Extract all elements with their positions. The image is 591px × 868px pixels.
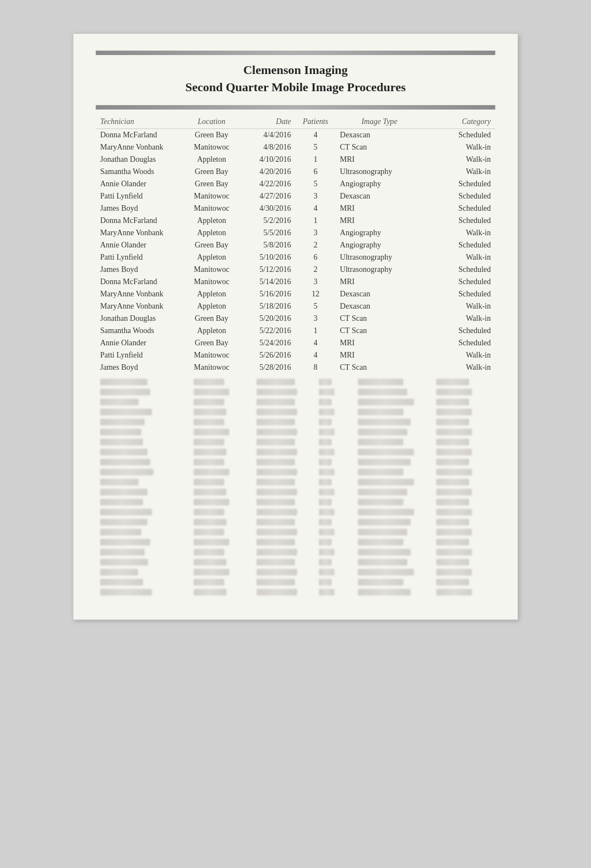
cell-technician: MaryAnne Vonbank bbox=[96, 288, 184, 300]
blurred-cell-pat bbox=[319, 549, 334, 555]
blurred-cell-img bbox=[358, 509, 414, 515]
col-header-patients: Patients bbox=[296, 115, 336, 129]
cell-patients: 4 bbox=[296, 337, 336, 349]
blurred-cell-loc bbox=[194, 589, 226, 596]
blurred-row bbox=[96, 537, 495, 547]
cell-patients: 1 bbox=[296, 215, 336, 227]
cell-technician: James Boyd bbox=[96, 264, 184, 276]
blurred-cell-cat bbox=[436, 449, 472, 455]
report-container: Clemenson Imaging Second Quarter Mobile … bbox=[73, 33, 518, 620]
blurred-cell-tech bbox=[100, 489, 147, 495]
blurred-cell-loc bbox=[194, 399, 224, 405]
blurred-cell-tech bbox=[100, 499, 143, 505]
cell-image-type: Angiography bbox=[336, 239, 423, 251]
cell-category: Walk-in bbox=[423, 141, 495, 153]
blurred-cell-img bbox=[358, 489, 407, 495]
blurred-cell-tech bbox=[100, 479, 139, 485]
blurred-cell-img bbox=[358, 539, 403, 545]
table-row: MaryAnne Vonbank Appleton 5/5/2016 3 Ang… bbox=[96, 227, 495, 239]
cell-image-type: MRI bbox=[336, 349, 423, 361]
blurred-cell-date bbox=[257, 469, 298, 475]
cell-patients: 6 bbox=[296, 251, 336, 264]
cell-date: 5/22/2016 bbox=[239, 325, 296, 337]
table-row: MaryAnne Vonbank Appleton 5/16/2016 12 D… bbox=[96, 288, 495, 300]
blurred-cell-pat bbox=[319, 589, 334, 596]
cell-technician: Donna McFarland bbox=[96, 276, 184, 288]
blurred-cell-date bbox=[257, 509, 298, 515]
cell-location: Manitowoc bbox=[184, 264, 240, 276]
blurred-cell-pat bbox=[319, 419, 331, 425]
cell-category: Walk-in bbox=[423, 300, 495, 313]
cell-category: Walk-in bbox=[423, 153, 495, 166]
blurred-cell-img bbox=[358, 389, 407, 395]
cell-date: 4/30/2016 bbox=[239, 202, 296, 215]
cell-technician: Samantha Woods bbox=[96, 166, 184, 178]
cell-location: Manitowoc bbox=[184, 276, 240, 288]
blurred-cell-pat bbox=[319, 489, 334, 495]
blurred-cell-cat bbox=[436, 409, 472, 415]
blurred-cell-pat bbox=[319, 449, 334, 455]
blurred-cell-pat bbox=[319, 479, 331, 485]
blurred-cell-date bbox=[257, 549, 298, 555]
cell-patients: 1 bbox=[296, 153, 336, 166]
blurred-cell-pat bbox=[319, 459, 331, 465]
blurred-cell-img bbox=[358, 579, 403, 586]
cell-image-type: CT Scan bbox=[336, 141, 423, 153]
cell-location: Green Bay bbox=[184, 239, 240, 251]
procedures-table: Technician Location Date Patients Image … bbox=[96, 115, 495, 374]
cell-date: 4/8/2016 bbox=[239, 141, 296, 153]
table-row: Annie Olander Green Bay 5/24/2016 4 MRI … bbox=[96, 337, 495, 349]
cell-location: Green Bay bbox=[184, 128, 240, 141]
cell-patients: 3 bbox=[296, 276, 336, 288]
cell-image-type: MRI bbox=[336, 337, 423, 349]
cell-image-type: Dexascan bbox=[336, 190, 423, 202]
cell-category: Scheduled bbox=[423, 190, 495, 202]
cell-date: 5/2/2016 bbox=[239, 215, 296, 227]
blurred-cell-date bbox=[257, 559, 295, 566]
blurred-cell-tech bbox=[100, 419, 145, 425]
cell-location: Appleton bbox=[184, 153, 240, 166]
blurred-cell-img bbox=[358, 559, 407, 566]
blurred-cell-tech bbox=[100, 459, 150, 465]
blurred-cell-cat bbox=[436, 439, 469, 445]
cell-patients: 6 bbox=[296, 166, 336, 178]
blurred-cell-img bbox=[358, 569, 414, 576]
cell-date: 5/24/2016 bbox=[239, 337, 296, 349]
cell-location: Appleton bbox=[184, 215, 240, 227]
blurred-cell-loc bbox=[194, 409, 226, 415]
cell-patients: 1 bbox=[296, 325, 336, 337]
cell-image-type: Ultrasonography bbox=[336, 264, 423, 276]
cell-location: Appleton bbox=[184, 227, 240, 239]
cell-date: 4/22/2016 bbox=[239, 178, 296, 190]
blurred-cell-img bbox=[358, 399, 414, 405]
blurred-cell-loc bbox=[194, 439, 224, 445]
cell-technician: Patti Lynfield bbox=[96, 349, 184, 361]
blurred-row bbox=[96, 437, 495, 447]
cell-category: Scheduled bbox=[423, 288, 495, 300]
blurred-cell-cat bbox=[436, 489, 472, 495]
cell-location: Appleton bbox=[184, 251, 240, 264]
blurred-cell-img bbox=[358, 549, 411, 555]
cell-category: Walk-in bbox=[423, 361, 495, 374]
blurred-cell-loc bbox=[194, 509, 224, 515]
blurred-cell-cat bbox=[436, 539, 469, 545]
blurred-cell-loc bbox=[194, 459, 224, 465]
blurred-cell-cat bbox=[436, 399, 469, 405]
blurred-cell-tech bbox=[100, 429, 141, 435]
cell-category: Walk-in bbox=[423, 349, 495, 361]
cell-location: Appleton bbox=[184, 300, 240, 313]
col-header-location: Location bbox=[184, 115, 240, 129]
cell-image-type: Ultrasonography bbox=[336, 251, 423, 264]
table-row: Donna McFarland Green Bay 4/4/2016 4 Dex… bbox=[96, 128, 495, 141]
blurred-cell-tech bbox=[100, 579, 143, 586]
blurred-cell-loc bbox=[194, 539, 229, 545]
cell-patients: 5 bbox=[296, 178, 336, 190]
cell-patients: 12 bbox=[296, 288, 336, 300]
cell-technician: James Boyd bbox=[96, 361, 184, 374]
cell-patients: 3 bbox=[296, 190, 336, 202]
cell-date: 4/10/2016 bbox=[239, 153, 296, 166]
blurred-row bbox=[96, 587, 495, 597]
cell-category: Walk-in bbox=[423, 227, 495, 239]
blurred-cell-pat bbox=[319, 579, 331, 586]
blurred-cell-tech bbox=[100, 469, 154, 475]
